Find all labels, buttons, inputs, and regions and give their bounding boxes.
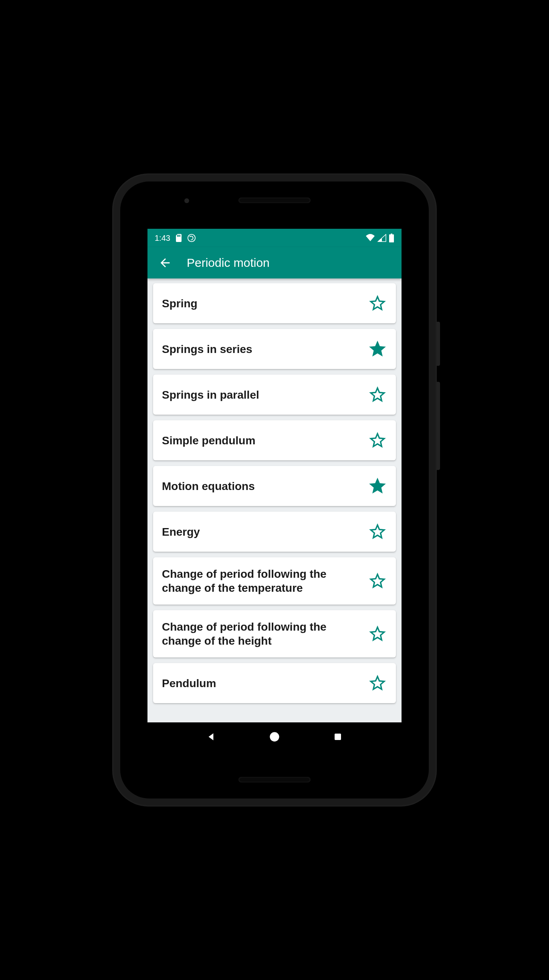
list-item[interactable]: Springs in series <box>153 329 396 369</box>
phone-inner: 1:43 <box>120 181 429 799</box>
circle-home-icon <box>269 731 280 742</box>
status-time: 1:43 <box>155 234 170 243</box>
android-nav-bar <box>147 722 402 751</box>
triangle-back-icon <box>206 732 216 742</box>
list-item[interactable]: Motion equations <box>153 466 396 506</box>
list-item-label: Pendulum <box>162 676 367 690</box>
status-right <box>365 234 394 242</box>
star-outline-icon[interactable] <box>367 384 388 405</box>
screen: 1:43 <box>147 229 402 751</box>
square-recent-icon <box>333 732 343 742</box>
list-item-label: Motion equations <box>162 479 367 493</box>
list-item-label: Spring <box>162 296 367 311</box>
list-item[interactable]: Change of period following the change of… <box>153 557 396 605</box>
list-item[interactable]: Energy <box>153 512 396 552</box>
phone-bottom-speaker <box>238 777 311 782</box>
status-left: 1:43 <box>155 234 196 243</box>
list-item[interactable]: Pendulum <box>153 663 396 703</box>
battery-icon <box>389 234 394 242</box>
list-item-label: Simple pendulum <box>162 434 367 448</box>
app-bar: Periodic motion <box>147 247 402 278</box>
list-item[interactable]: Spring <box>153 283 396 323</box>
cell-signal-icon <box>377 234 386 242</box>
star-outline-icon[interactable] <box>367 293 388 314</box>
nav-back-button[interactable] <box>202 728 220 746</box>
star-outline-icon[interactable] <box>367 430 388 451</box>
list-item[interactable]: Simple pendulum <box>153 420 396 460</box>
sd-card-icon <box>175 234 182 242</box>
star-filled-icon[interactable] <box>367 339 388 359</box>
phone-side-button <box>437 322 440 366</box>
list-item[interactable]: Springs in parallel <box>153 375 396 415</box>
svg-point-0 <box>188 234 195 242</box>
list-item-label: Springs in parallel <box>162 388 367 402</box>
star-outline-icon[interactable] <box>367 521 388 542</box>
back-button[interactable] <box>155 252 176 273</box>
list-item-label: Energy <box>162 525 367 539</box>
phone-camera <box>184 198 189 203</box>
svg-rect-2 <box>335 734 341 740</box>
arrow-left-icon <box>158 256 172 270</box>
list-item-label: Change of period following the change of… <box>162 620 367 648</box>
status-bar: 1:43 <box>147 229 402 247</box>
page-title: Periodic motion <box>187 256 270 270</box>
list-item-label: Springs in series <box>162 342 367 356</box>
list-item-label: Change of period following the change of… <box>162 567 367 595</box>
phone-speaker <box>238 198 311 203</box>
phone-side-button <box>437 382 440 470</box>
star-filled-icon[interactable] <box>367 476 388 496</box>
nav-recent-button[interactable] <box>329 728 347 746</box>
star-outline-icon[interactable] <box>367 623 388 644</box>
topic-list[interactable]: SpringSprings in seriesSprings in parall… <box>147 278 402 722</box>
phone-frame: 1:43 <box>112 173 437 807</box>
list-item[interactable]: Change of period following the change of… <box>153 610 396 657</box>
wifi-icon <box>365 234 375 242</box>
no-rotate-icon <box>187 234 196 242</box>
star-outline-icon[interactable] <box>367 571 388 591</box>
star-outline-icon[interactable] <box>367 673 388 694</box>
svg-point-1 <box>270 732 279 741</box>
nav-home-button[interactable] <box>266 728 283 746</box>
